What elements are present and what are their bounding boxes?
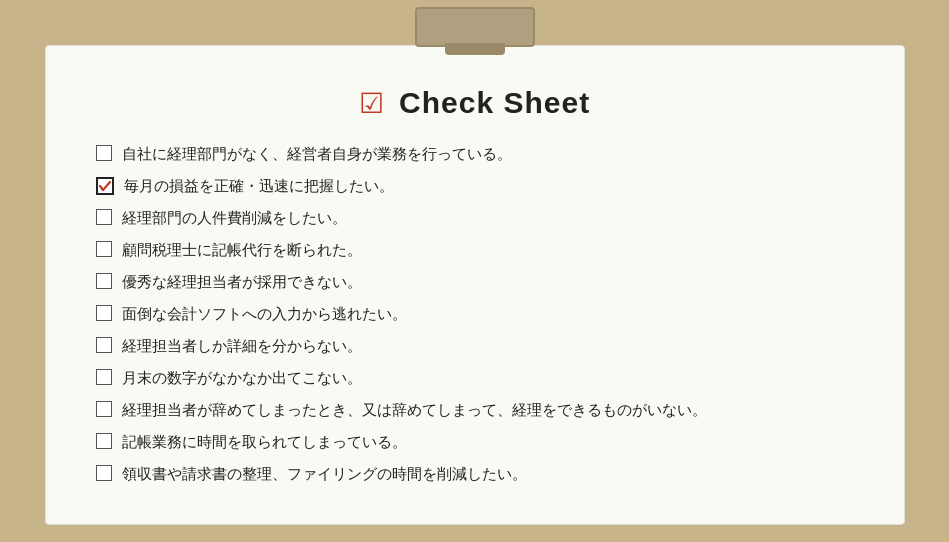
list-item-text: 月末の数字がなかなか出てこない。 (122, 366, 854, 390)
checkbox-icon[interactable] (96, 465, 112, 481)
list-item[interactable]: 月末の数字がなかなか出てこない。 (96, 366, 854, 390)
list-item[interactable]: 記帳業務に時間を取られてしまっている。 (96, 430, 854, 454)
list-item[interactable]: 自社に経理部門がなく、経営者自身が業務を行っている。 (96, 142, 854, 166)
clipboard-paper: ☑ Check Sheet 自社に経理部門がなく、経営者自身が業務を行っている。… (45, 45, 905, 525)
title-area: ☑ Check Sheet (96, 86, 854, 120)
page-title: Check Sheet (390, 86, 590, 119)
list-item-text: 経理担当者しか詳細を分からない。 (122, 334, 854, 358)
clipboard: ☑ Check Sheet 自社に経理部門がなく、経営者自身が業務を行っている。… (45, 17, 905, 525)
checklist: 自社に経理部門がなく、経営者自身が業務を行っている。 毎月の損益を正確・迅速に把… (96, 142, 854, 486)
checkbox-icon[interactable] (96, 273, 112, 289)
list-item[interactable]: 面倒な会計ソフトへの入力から逃れたい。 (96, 302, 854, 326)
list-item[interactable]: 領収書や請求書の整理、ファイリングの時間を削減したい。 (96, 462, 854, 486)
checkbox-icon[interactable] (96, 241, 112, 257)
checkbox-icon[interactable] (96, 209, 112, 225)
clipboard-clip (415, 7, 535, 47)
checkbox-icon[interactable] (96, 433, 112, 449)
checkbox-icon[interactable] (96, 145, 112, 161)
checkbox-icon[interactable] (96, 305, 112, 321)
checkmark-icon: ☑ (359, 88, 384, 119)
checkbox-icon[interactable] (96, 177, 114, 195)
list-item[interactable]: 経理担当者が辞めてしまったとき、又は辞めてしまって、経理をできるものがいない。 (96, 398, 854, 422)
list-item-text: 顧問税理士に記帳代行を断られた。 (122, 238, 854, 262)
list-item[interactable]: 経理担当者しか詳細を分からない。 (96, 334, 854, 358)
checkbox-icon[interactable] (96, 401, 112, 417)
list-item-text: 領収書や請求書の整理、ファイリングの時間を削減したい。 (122, 462, 854, 486)
list-item-text: 記帳業務に時間を取られてしまっている。 (122, 430, 854, 454)
list-item[interactable]: 経理部門の人件費削減をしたい。 (96, 206, 854, 230)
list-item[interactable]: 顧問税理士に記帳代行を断られた。 (96, 238, 854, 262)
list-item-text: 優秀な経理担当者が採用できない。 (122, 270, 854, 294)
list-item-text: 面倒な会計ソフトへの入力から逃れたい。 (122, 302, 854, 326)
list-item-text: 自社に経理部門がなく、経営者自身が業務を行っている。 (122, 142, 854, 166)
list-item-text: 毎月の損益を正確・迅速に把握したい。 (124, 174, 854, 198)
list-item[interactable]: 毎月の損益を正確・迅速に把握したい。 (96, 174, 854, 198)
checkbox-icon[interactable] (96, 337, 112, 353)
list-item-text: 経理担当者が辞めてしまったとき、又は辞めてしまって、経理をできるものがいない。 (122, 398, 854, 422)
list-item-text: 経理部門の人件費削減をしたい。 (122, 206, 854, 230)
checkbox-icon[interactable] (96, 369, 112, 385)
list-item[interactable]: 優秀な経理担当者が採用できない。 (96, 270, 854, 294)
